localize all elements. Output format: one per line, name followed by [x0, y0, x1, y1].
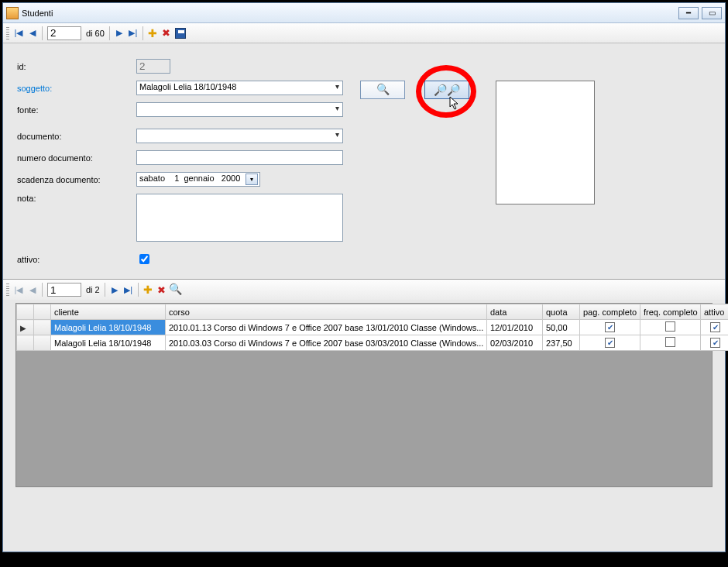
row-header[interactable]: [34, 335, 51, 351]
scadenza-datepicker[interactable]: sabato 1 gennaio 2000▾: [136, 172, 260, 187]
delete-button[interactable]: ✖: [160, 27, 173, 40]
sub-nav-prev-button: ◀: [26, 284, 39, 296]
attivo-label: attivo:: [17, 255, 136, 264]
cell-freq[interactable]: [640, 335, 701, 351]
soggetto-value: Malagoli Lelia 18/10/1948: [139, 82, 236, 91]
grid-header-row: cliente corso data quota pag. completo f…: [17, 304, 729, 320]
checkbox-icon: [665, 321, 675, 332]
grip-icon: [6, 27, 9, 40]
documento-label: documento:: [17, 132, 136, 141]
window: Studenti ━ ▭ |◀ ◀ di 60 ▶ ▶| ✚ ✖ id: sog…: [2, 2, 726, 552]
enrollments-grid[interactable]: cliente corso data quota pag. completo f…: [15, 303, 713, 487]
cell-cliente[interactable]: Malagoli Lelia 18/10/1948: [51, 320, 166, 335]
soggetto-label: soggetto:: [17, 84, 136, 93]
soggetto-combo[interactable]: Malagoli Lelia 18/10/1948: [136, 81, 343, 95]
sub-nav-first-button: |◀: [12, 284, 25, 296]
col-corso[interactable]: corso: [166, 304, 487, 320]
cell-data[interactable]: 12/01/2010: [487, 320, 543, 335]
save-icon: [175, 28, 186, 39]
col-attivo[interactable]: attivo: [701, 304, 729, 320]
cell-cliente[interactable]: Malagoli Lelia 18/10/1948: [51, 335, 166, 351]
minimize-button[interactable]: ━: [678, 7, 699, 19]
search-soggetto-button[interactable]: 🔍: [360, 81, 405, 99]
form-area: id: soggetto: Malagoli Lelia 18/10/1948 …: [3, 43, 725, 276]
cell-quota[interactable]: 50,00: [543, 320, 580, 335]
cell-freq[interactable]: [640, 320, 701, 335]
maximize-button[interactable]: ▭: [702, 7, 722, 19]
table-row[interactable]: ▶Malagoli Lelia 18/10/19482010.01.13 Cor…: [17, 320, 729, 335]
separator: [109, 26, 110, 40]
documento-combo[interactable]: [136, 129, 343, 143]
nav-last-button[interactable]: ▶|: [127, 27, 139, 40]
sub-navigator: |◀ ◀ di 2 ▶ ▶| ✚ ✖ 🔍: [3, 280, 725, 300]
top-navigator: |◀ ◀ di 60 ▶ ▶| ✚ ✖: [3, 23, 725, 43]
checkbox-icon: ✔: [605, 338, 615, 348]
scadenza-value: sabato 1 gennaio 2000: [139, 174, 240, 183]
grid-corner: [34, 304, 51, 320]
nota-label: nota:: [17, 194, 136, 203]
cell-attivo[interactable]: ✔: [701, 320, 729, 335]
cell-corso[interactable]: 2010.01.13 Corso di Windows 7 e Office 2…: [166, 320, 487, 335]
search-icon: 🔍: [376, 83, 390, 95]
cell-pag[interactable]: ✔: [580, 335, 640, 351]
sub-nav-next-button[interactable]: ▶: [108, 284, 121, 296]
grid-empty-area: [16, 351, 712, 486]
row-header[interactable]: [34, 320, 51, 335]
row-header[interactable]: [17, 335, 34, 351]
sub-delete-button[interactable]: ✖: [156, 284, 168, 296]
table-row[interactable]: Malagoli Lelia 18/10/19482010.03.03 Cors…: [17, 335, 729, 351]
id-field: [136, 59, 170, 74]
sub-search-button[interactable]: 🔍: [170, 284, 182, 296]
search-icon: 🔍: [169, 283, 182, 295]
calendar-dropdown-icon[interactable]: ▾: [246, 174, 258, 185]
checkbox-icon: [665, 337, 675, 347]
row-header[interactable]: ▶: [17, 320, 34, 335]
app-icon: [6, 7, 19, 19]
attivo-checkbox[interactable]: [139, 254, 149, 264]
grid-corner: [17, 304, 34, 320]
save-button[interactable]: [174, 27, 187, 40]
separator: [143, 26, 143, 40]
nav-count-label: di 60: [86, 29, 105, 38]
window-title: Studenti: [22, 9, 675, 18]
cell-corso[interactable]: 2010.03.03 Corso di Windows 7 e Office 2…: [166, 335, 487, 351]
col-freq[interactable]: freq. completo: [640, 304, 701, 320]
scadenza-label: scadenza documento:: [17, 175, 136, 184]
nav-first-button[interactable]: |◀: [12, 27, 25, 40]
separator: [42, 283, 43, 297]
separator: [42, 26, 43, 40]
binoculars-icon: 🔎🔎: [434, 84, 460, 96]
nav-next-button[interactable]: ▶: [113, 27, 125, 40]
checkbox-icon: ✔: [710, 322, 720, 332]
col-pag[interactable]: pag. completo: [580, 304, 640, 320]
cell-attivo[interactable]: ✔: [701, 335, 729, 351]
photo-box[interactable]: [496, 81, 595, 204]
sub-add-button[interactable]: ✚: [142, 284, 154, 296]
nota-field[interactable]: [136, 194, 343, 242]
numero-documento-field[interactable]: [136, 150, 343, 165]
sub-nav-last-button[interactable]: ▶|: [122, 284, 135, 296]
cell-pag[interactable]: ✔: [580, 320, 640, 335]
fonte-combo[interactable]: [136, 102, 343, 117]
id-label: id:: [17, 62, 136, 71]
col-cliente[interactable]: cliente: [51, 304, 166, 320]
nav-prev-button[interactable]: ◀: [26, 27, 39, 40]
numero-documento-label: numero documento:: [17, 153, 136, 163]
col-quota[interactable]: quota: [543, 304, 580, 320]
sub-nav-position-input[interactable]: [47, 283, 81, 297]
sub-nav-count-label: di 2: [86, 285, 100, 294]
checkbox-icon: ✔: [605, 322, 615, 332]
titlebar: Studenti ━ ▭: [3, 3, 725, 23]
cell-quota[interactable]: 237,50: [543, 335, 580, 351]
separator: [138, 283, 139, 297]
checkbox-icon: ✔: [710, 338, 720, 348]
find-soggetto-button[interactable]: 🔎🔎: [424, 81, 469, 99]
separator: [105, 283, 105, 297]
cell-data[interactable]: 02/03/2010: [487, 335, 543, 351]
grip-icon: [6, 284, 9, 296]
fonte-label: fonte:: [17, 105, 136, 115]
add-button[interactable]: ✚: [146, 27, 159, 40]
nav-position-input[interactable]: [47, 26, 81, 40]
col-data[interactable]: data: [487, 304, 543, 320]
